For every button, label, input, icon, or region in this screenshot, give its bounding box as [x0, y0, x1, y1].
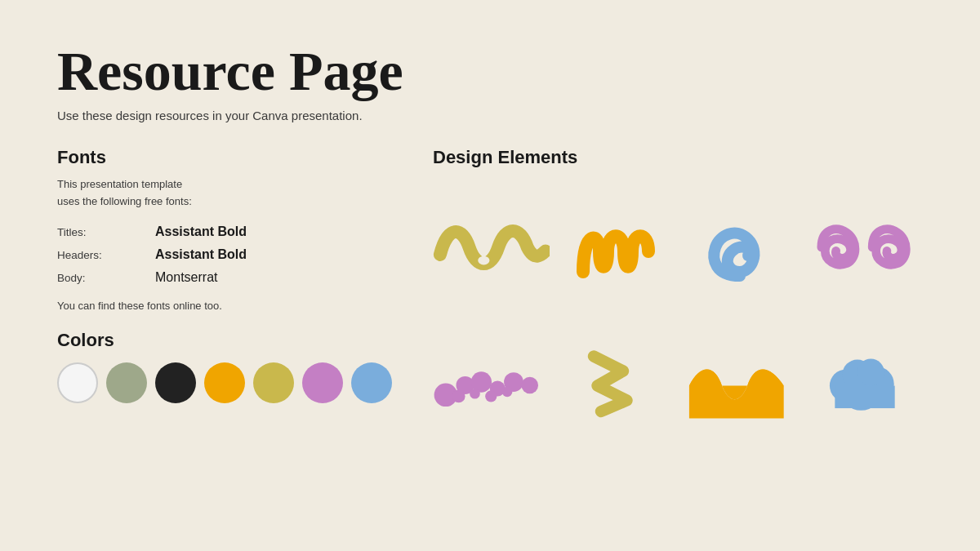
- svg-point-12: [502, 387, 513, 398]
- font-find-text: You can find these fonts online too.: [57, 300, 400, 312]
- colors-title: Colors: [57, 330, 400, 351]
- font-row-titles: Titles: Assistant Bold: [57, 224, 400, 239]
- font-row-headers: Headers: Assistant Bold: [57, 247, 400, 262]
- svg-point-1: [478, 256, 489, 265]
- main-content: Fonts This presentation template uses th…: [57, 147, 923, 518]
- font-label-titles: Titles:: [57, 226, 155, 238]
- fonts-title: Fonts: [57, 147, 400, 168]
- font-value-titles: Assistant Bold: [155, 224, 247, 239]
- page-container: Resource Page Use these design resources…: [0, 0, 980, 551]
- element-cloud-blue: [807, 319, 924, 446]
- element-wave-orange: [558, 184, 675, 311]
- left-column: Fonts This presentation template uses th…: [57, 147, 400, 518]
- svg-point-10: [470, 389, 480, 399]
- font-label-headers: Headers:: [57, 249, 155, 261]
- svg-point-11: [485, 391, 497, 402]
- swatch-orange: [204, 362, 245, 403]
- swatch-blue: [351, 362, 392, 403]
- font-value-body: Montserrat: [155, 270, 217, 285]
- element-bubbles-purple: [433, 319, 550, 446]
- design-elements-title: Design Elements: [433, 147, 923, 168]
- svg-point-9: [452, 390, 466, 403]
- svg-point-2: [507, 249, 519, 258]
- right-column: Design Elements: [433, 147, 923, 518]
- element-spiral-purple: [807, 184, 924, 311]
- font-value-headers: Assistant Bold: [155, 247, 247, 262]
- element-squiggle-yellow: [433, 184, 550, 311]
- swatch-white: [57, 362, 98, 403]
- page-subtitle: Use these design resources in your Canva…: [57, 109, 923, 122]
- font-row-body: Body: Montserrat: [57, 270, 400, 285]
- swatch-sage: [106, 362, 147, 403]
- element-zigzag-olive: [558, 319, 675, 446]
- page-title: Resource Page: [57, 41, 923, 102]
- swatch-olive: [253, 362, 294, 403]
- font-label-body: Body:: [57, 272, 155, 284]
- font-table: Titles: Assistant Bold Headers: Assistan…: [57, 224, 400, 285]
- swatch-purple: [302, 362, 343, 403]
- svg-rect-18: [835, 386, 894, 409]
- svg-point-8: [521, 377, 538, 394]
- svg-point-0: [449, 256, 461, 265]
- swatch-black: [155, 362, 196, 403]
- fonts-description: This presentation template uses the foll…: [57, 176, 400, 211]
- elements-grid: [433, 184, 923, 446]
- color-swatches: [57, 362, 400, 403]
- svg-point-17: [858, 359, 884, 386]
- element-loop-blue: [682, 184, 799, 311]
- element-wave2-orange: [682, 319, 799, 446]
